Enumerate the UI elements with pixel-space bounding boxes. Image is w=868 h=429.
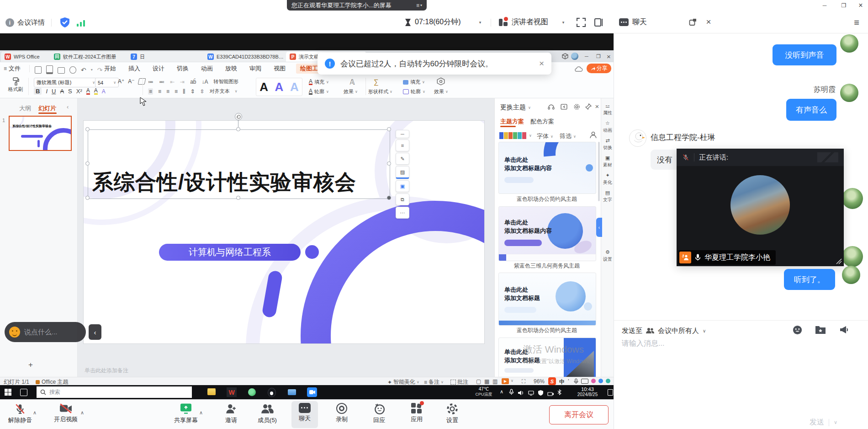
shape-effect-button[interactable]: 效果 ∨ xyxy=(434,88,448,95)
chat-message-bubble[interactable]: 没听到声音 xyxy=(773,44,836,65)
favorites-icon[interactable] xyxy=(815,325,826,337)
network-signal-icon[interactable] xyxy=(77,20,85,27)
menu-review[interactable]: 审阅 xyxy=(249,64,261,73)
tray-speaker-icon[interactable] xyxy=(518,389,524,397)
palette-filter[interactable]: ∨ xyxy=(499,132,532,139)
members-button[interactable]: 成员(5) xyxy=(249,403,285,424)
share-options-caret[interactable]: ∧ xyxy=(199,410,203,416)
dock-animation[interactable]: ☆动画 xyxy=(601,120,614,134)
char-spacing-button[interactable]: A xyxy=(60,88,64,95)
menu-transition[interactable]: 切换 xyxy=(177,64,189,73)
highlight-button[interactable]: A xyxy=(94,88,98,95)
share-screen-button[interactable]: 共享屏幕 xyxy=(168,403,204,424)
theme-tab-color[interactable]: 配色方案 xyxy=(530,118,554,126)
quick-comment-collapse-button[interactable]: ‹ xyxy=(89,324,101,340)
wps-tab-document[interactable]: W E339CAD41D233B3BD78BA5BC6E xyxy=(204,52,290,62)
notification-center-icon[interactable] xyxy=(608,389,613,396)
quick-access-icons[interactable]: ↶ ▾ ↷ ▾ xyxy=(35,65,109,74)
speaker-video-window[interactable]: 正在讲话: 华夏理工学院李小艳 xyxy=(677,149,844,266)
font-shrink-icon[interactable]: A⁻ xyxy=(128,78,134,85)
mini-layers-button[interactable]: ≡ xyxy=(396,139,409,151)
theme-dock-icon[interactable] xyxy=(561,103,567,112)
phonetic-button[interactable]: ab̄ xyxy=(190,79,196,85)
taskbar-app-folder[interactable] xyxy=(287,387,297,397)
theme-headset-icon[interactable] xyxy=(548,103,555,112)
tray-network-icon[interactable] xyxy=(528,389,534,397)
justify-button[interactable]: ≡ xyxy=(175,88,178,95)
announce-icon[interactable] xyxy=(839,324,850,337)
wps-minimize-icon[interactable]: ─ xyxy=(581,51,592,61)
tray-battery-icon[interactable] xyxy=(547,390,554,398)
text-effect-button[interactable]: A xyxy=(102,88,106,95)
dock-properties[interactable]: ⚍属性 xyxy=(601,103,614,116)
text-fill-button[interactable]: A 填充 ∨ xyxy=(309,79,329,86)
start-button[interactable] xyxy=(5,389,11,396)
play-caret-icon[interactable]: ∨ xyxy=(511,379,513,383)
selection-handle-w[interactable] xyxy=(85,161,90,166)
dock-transition[interactable]: ⇄切换 xyxy=(601,138,614,151)
tray-bluetooth-icon[interactable] xyxy=(557,389,561,397)
message-input[interactable]: 请输入消息... xyxy=(622,339,859,408)
strike-button[interactable]: S xyxy=(68,88,72,95)
wordart-presets[interactable]: A A A xyxy=(256,78,302,96)
menu-insert[interactable]: 插入 xyxy=(128,64,140,73)
columns-button[interactable]: ⫼ xyxy=(183,88,185,95)
selection-handle-sw[interactable] xyxy=(85,196,90,200)
text-effect-big-icon[interactable]: 𝔸 xyxy=(346,78,358,87)
format-painter-button[interactable]: 格式刷 xyxy=(5,77,26,93)
menu-slideshow[interactable]: 放映 xyxy=(225,64,237,73)
para-spacing-button[interactable]: ⇳ xyxy=(200,88,205,95)
message-avatar[interactable] xyxy=(842,266,860,284)
theme-panel-title[interactable]: 更换主题 ∨ xyxy=(500,103,531,112)
font-grow-shrink[interactable]: A⁺ A⁻ xyxy=(118,78,145,85)
slideshow-play-button[interactable]: ▶ xyxy=(502,378,509,384)
mini-copy-button[interactable]: ⧉ xyxy=(396,193,409,205)
chat-popout-icon[interactable] xyxy=(689,18,697,28)
text-effect-label-button[interactable]: 效果 ∨ xyxy=(344,88,358,95)
cpu-temp-widget[interactable]: 47℃ CPU温度 xyxy=(471,386,496,397)
view-mode-caret-icon[interactable]: ▾ xyxy=(560,19,566,26)
taskbar-app-qq[interactable] xyxy=(267,387,277,397)
taskbar-app-wps[interactable]: W xyxy=(227,387,237,397)
taskbar-app-meeting[interactable] xyxy=(307,387,317,397)
theme-scrollbar[interactable] xyxy=(598,142,600,201)
theme-close-icon[interactable]: × xyxy=(593,102,601,110)
theme-card-3[interactable]: 单击此处 添加文档标题 xyxy=(498,273,596,326)
redo-icon[interactable]: ↷ xyxy=(97,66,103,74)
clear-format-icon[interactable] xyxy=(138,78,146,85)
meeting-details-button[interactable]: 会议详情 xyxy=(17,17,45,27)
window-close-button[interactable]: × xyxy=(853,0,868,11)
menu-design[interactable]: 设计 xyxy=(153,64,164,73)
leave-meeting-button[interactable]: 离开会议 xyxy=(549,405,609,424)
emoji-icon[interactable] xyxy=(792,325,803,337)
filter-selector[interactable]: 筛选 ∨ xyxy=(560,132,576,140)
chat-button[interactable]: 聊天 xyxy=(291,403,318,423)
react-button[interactable]: 回应 xyxy=(367,403,391,424)
tray-mic-icon[interactable] xyxy=(509,389,514,397)
chat-message-bubble[interactable]: 听到了。 xyxy=(784,269,835,290)
rotate-handle[interactable] xyxy=(235,113,242,120)
bold-button[interactable]: B xyxy=(34,88,42,95)
menu-animation[interactable]: 动画 xyxy=(201,64,213,73)
outline-tab[interactable]: 大纲 xyxy=(19,104,31,113)
view-read-icon[interactable]: ▥ xyxy=(492,378,498,385)
fit-slide-icon[interactable]: ⛶ xyxy=(522,378,525,385)
side-panel-toggle-icon[interactable] xyxy=(594,18,603,29)
dock-collapse-tab[interactable]: ‹ xyxy=(596,218,602,237)
underline-button[interactable]: U xyxy=(52,88,56,95)
taskbar-app-browser[interactable] xyxy=(247,387,257,397)
meeting-info-icon[interactable]: i xyxy=(5,18,14,27)
mini-more-button[interactable]: ⋯ xyxy=(396,207,409,219)
wps-tab-spreadsheet[interactable]: 田 软件工程-2024工作图册 xyxy=(50,52,131,62)
quick-comment-placeholder[interactable]: 说点什么... xyxy=(24,328,58,337)
tray-shield-icon[interactable] xyxy=(538,389,543,397)
wps-account-avatar[interactable] xyxy=(571,53,578,60)
wordart-black[interactable]: A xyxy=(259,80,268,94)
shape-style-icon[interactable]: ∑ xyxy=(374,78,379,86)
selection-handle-n[interactable] xyxy=(236,127,240,131)
slide[interactable]: 计算机与网络工程系 系综合性/设计性实验审核会 xyxy=(84,121,484,343)
new-doc-icon[interactable] xyxy=(35,66,42,74)
timer-caret-icon[interactable]: ▾ xyxy=(477,19,483,26)
start-video-button[interactable]: 开启视频 xyxy=(48,403,84,424)
wps-tab-calendar[interactable]: 7 日 xyxy=(127,52,207,62)
